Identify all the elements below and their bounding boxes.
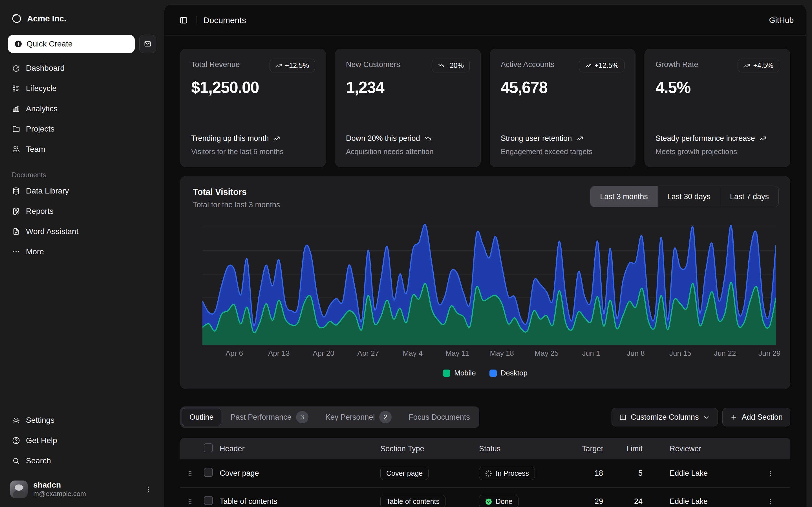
inbox-button[interactable] xyxy=(139,35,156,53)
tab-key-personnel[interactable]: Key Personnel 2 xyxy=(318,408,400,426)
list-details-icon xyxy=(12,84,20,93)
users-icon xyxy=(12,145,20,154)
x-tick-label: Jun 22 xyxy=(714,349,736,358)
x-tick-label: Apr 27 xyxy=(357,349,379,358)
header-divider xyxy=(197,16,197,24)
area-chart-svg xyxy=(202,222,776,345)
trending-up-icon xyxy=(576,135,583,142)
avatar xyxy=(10,481,28,498)
table-row: Table of contents Table of contents Done… xyxy=(180,488,790,507)
x-tick-label: May 25 xyxy=(535,349,559,358)
sidebar-item-label: Get Help xyxy=(26,436,57,445)
cell-limit[interactable]: 24 xyxy=(614,497,654,506)
col-status: Status xyxy=(479,445,572,453)
user-menu-dots-button[interactable] xyxy=(143,484,154,495)
x-tick-label: Apr 6 xyxy=(225,349,243,358)
report-icon xyxy=(12,207,20,216)
col-section-type: Section Type xyxy=(380,445,479,453)
customize-columns-button[interactable]: Customize Columns xyxy=(612,408,718,427)
help-circle-icon xyxy=(12,436,20,445)
tab-past-performance[interactable]: Past Performance 3 xyxy=(223,408,316,426)
sidebar-item-analytics[interactable]: Analytics xyxy=(8,99,156,119)
trend-badge: +12.5% xyxy=(579,59,625,72)
grip-vertical-icon xyxy=(186,469,194,478)
cell-header[interactable]: Table of contents xyxy=(220,497,380,506)
sidebar-item-reports[interactable]: Reports xyxy=(8,201,156,221)
select-all-checkbox[interactable] xyxy=(204,443,213,452)
sidebar-item-word-assistant[interactable]: Word Assistant xyxy=(8,221,156,242)
circle-plus-icon xyxy=(14,40,22,48)
loader-icon xyxy=(485,470,492,477)
sidebar-item-data-library[interactable]: Data Library xyxy=(8,181,156,201)
visitors-area-chart[interactable] xyxy=(202,222,776,345)
page-header: Documents GitHub xyxy=(164,5,806,36)
sidebar-item-label: Team xyxy=(26,145,45,154)
cell-target[interactable]: 29 xyxy=(572,497,614,506)
dots-icon xyxy=(12,247,20,256)
range-last-30-days[interactable]: Last 30 days xyxy=(658,186,720,207)
dots-vertical-icon xyxy=(144,485,152,493)
dots-vertical-icon xyxy=(767,498,774,506)
user-menu[interactable]: shadcn m@example.com xyxy=(8,479,156,500)
sidebar-item-search[interactable]: Search xyxy=(8,451,156,471)
sidebar-group-label: Documents xyxy=(8,171,156,179)
tab-outline[interactable]: Outline xyxy=(182,408,221,426)
trending-down-icon xyxy=(438,62,445,69)
card-footer-title: Strong user retention xyxy=(501,133,624,144)
stat-cards: Total Revenue +12.5% $1,250.00 Trending … xyxy=(180,49,790,167)
quick-create-button[interactable]: Quick Create xyxy=(8,35,135,53)
x-tick-label: Jun 8 xyxy=(627,349,645,358)
status-badge: Done xyxy=(479,495,518,507)
user-name: shadcn xyxy=(33,481,137,490)
sidebar-item-label: Analytics xyxy=(26,104,57,113)
row-checkbox[interactable] xyxy=(204,496,213,505)
table-row: Cover page Cover page In Process 18 5 Ed… xyxy=(180,459,790,488)
drag-handle[interactable] xyxy=(186,469,204,478)
sidebar-item-label: More xyxy=(26,247,44,256)
x-tick-label: Apr 20 xyxy=(313,349,335,358)
org-switcher[interactable]: Acme Inc. xyxy=(8,10,156,27)
row-menu-button[interactable] xyxy=(765,496,776,507)
panel-left-icon xyxy=(179,16,188,25)
card-title: New Customers xyxy=(346,59,400,69)
sidebar-item-team[interactable]: Team xyxy=(8,139,156,159)
sidebar-item-more[interactable]: More xyxy=(8,242,156,262)
sidebar-item-dashboard[interactable]: Dashboard xyxy=(8,58,156,78)
dashboard-icon xyxy=(12,64,20,72)
range-last-3-months[interactable]: Last 3 months xyxy=(591,186,658,207)
sidebar-item-label: Settings xyxy=(26,416,54,425)
card-title: Growth Rate xyxy=(656,59,698,69)
drag-handle[interactable] xyxy=(186,497,204,506)
mobile-swatch-icon xyxy=(443,370,450,377)
user-email: m@example.com xyxy=(33,490,137,498)
sidebar-item-label: Projects xyxy=(26,124,54,133)
cell-reviewer[interactable]: Eddie Lake xyxy=(654,497,765,506)
github-link[interactable]: GitHub xyxy=(769,16,794,25)
cell-header[interactable]: Cover page xyxy=(220,469,380,478)
chart-legend: Mobile Desktop xyxy=(193,369,777,378)
cell-reviewer[interactable]: Eddie Lake xyxy=(654,469,765,478)
legend-mobile: Mobile xyxy=(443,369,476,378)
card-footer-desc: Engagement exceed targets xyxy=(501,147,624,156)
sidebar-item-get-help[interactable]: Get Help xyxy=(8,431,156,451)
sidebar-item-projects[interactable]: Projects xyxy=(8,119,156,139)
tab-focus-documents[interactable]: Focus Documents xyxy=(401,408,477,426)
col-target: Target xyxy=(572,445,614,453)
search-icon xyxy=(12,457,20,465)
sidebar-item-lifecycle[interactable]: Lifecycle xyxy=(8,78,156,99)
acme-logo-icon xyxy=(11,13,22,24)
sidebar-toggle-button[interactable] xyxy=(177,13,190,27)
sidebar-item-settings[interactable]: Settings xyxy=(8,410,156,431)
range-last-7-days[interactable]: Last 7 days xyxy=(720,186,778,207)
card-footer-desc: Visitors for the last 6 months xyxy=(191,147,315,156)
cell-target[interactable]: 18 xyxy=(572,469,614,478)
cell-limit[interactable]: 5 xyxy=(614,469,654,478)
row-menu-button[interactable] xyxy=(765,468,776,479)
x-tick-label: Jun 15 xyxy=(669,349,691,358)
add-section-button[interactable]: Add Section xyxy=(722,408,790,427)
trending-up-icon xyxy=(759,135,767,142)
sidebar-item-label: Dashboard xyxy=(26,64,64,73)
row-checkbox[interactable] xyxy=(204,468,213,477)
circle-check-icon xyxy=(485,498,492,505)
columns-icon xyxy=(619,413,627,421)
